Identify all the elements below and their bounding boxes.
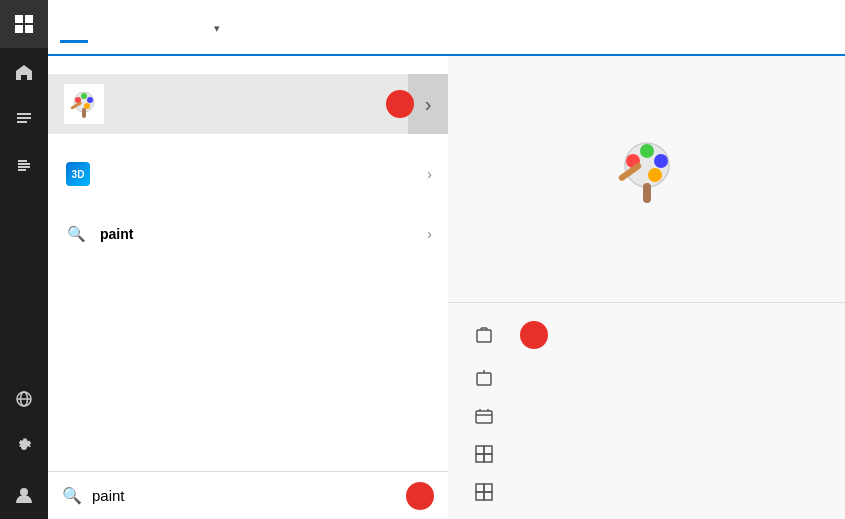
suggestions-label <box>48 196 448 214</box>
best-match-paint[interactable] <box>48 74 408 134</box>
feedback-link[interactable] <box>797 21 817 33</box>
start-menu: ▾ <box>48 0 845 519</box>
tab-apps[interactable] <box>88 21 116 33</box>
search-bar: 🔍 <box>48 471 448 519</box>
detail-actions <box>448 303 845 519</box>
svg-rect-39 <box>484 484 492 492</box>
paint3d-icon: 3D <box>64 160 92 188</box>
svg-rect-34 <box>476 446 484 454</box>
pin-start-icon <box>472 445 496 463</box>
search-badge <box>406 482 434 510</box>
pin-taskbar-icon <box>472 483 496 501</box>
svg-point-27 <box>654 154 668 168</box>
tab-all[interactable] <box>60 21 88 33</box>
paint3d-result[interactable]: 3D › <box>48 152 448 196</box>
tab-bar: ▾ <box>48 0 845 56</box>
svg-rect-32 <box>477 373 491 385</box>
store-label <box>48 254 448 272</box>
svg-rect-35 <box>484 446 492 454</box>
svg-rect-8 <box>18 163 30 165</box>
settings-icon[interactable] <box>0 423 48 471</box>
svg-rect-4 <box>17 113 31 115</box>
tab-web[interactable] <box>172 21 200 33</box>
action-open-badge <box>520 321 548 349</box>
sidebar <box>0 0 48 519</box>
svg-rect-36 <box>476 454 484 462</box>
action-open-location[interactable] <box>448 397 845 435</box>
search-bar-icon: 🔍 <box>62 486 82 505</box>
svg-rect-7 <box>18 160 27 162</box>
svg-rect-41 <box>484 492 492 500</box>
detail-paint-icon <box>607 131 687 211</box>
admin-icon <box>472 369 496 387</box>
svg-rect-21 <box>82 108 86 118</box>
detail-top <box>448 56 845 302</box>
documents-icon[interactable] <box>0 144 48 192</box>
start-button[interactable] <box>0 0 48 48</box>
suggestion-arrow: › <box>427 226 432 242</box>
tab-more[interactable]: ▾ <box>200 13 234 41</box>
location-icon <box>472 407 496 425</box>
svg-point-19 <box>87 97 93 103</box>
results-panel: › 3D › 🔍 paint <box>48 56 448 519</box>
svg-rect-2 <box>15 25 23 33</box>
svg-rect-33 <box>476 411 492 423</box>
search-input[interactable] <box>92 487 406 504</box>
user-icon[interactable] <box>0 471 48 519</box>
svg-rect-38 <box>476 484 484 492</box>
svg-rect-1 <box>25 15 33 23</box>
action-pin-start[interactable] <box>448 435 845 473</box>
svg-rect-9 <box>18 166 30 168</box>
svg-rect-3 <box>25 25 33 33</box>
svg-rect-37 <box>484 454 492 462</box>
overflow-menu-icon[interactable] <box>817 21 833 33</box>
suggestion-text: paint <box>100 226 427 242</box>
action-open[interactable] <box>448 311 845 359</box>
globe-icon[interactable] <box>0 375 48 423</box>
svg-point-20 <box>84 103 90 109</box>
recent-icon[interactable] <box>0 96 48 144</box>
main-content: › 3D › 🔍 paint <box>48 56 845 519</box>
svg-rect-40 <box>476 492 484 500</box>
paint-app-icon <box>64 84 104 124</box>
svg-point-18 <box>81 93 87 99</box>
svg-point-14 <box>20 488 28 496</box>
store-section <box>48 254 448 272</box>
svg-rect-6 <box>17 121 27 123</box>
svg-rect-29 <box>643 183 651 203</box>
open-icon <box>472 326 496 344</box>
detail-panel <box>448 56 845 519</box>
svg-point-28 <box>648 168 662 182</box>
tab-email[interactable] <box>144 21 172 33</box>
best-match-arrow[interactable]: › <box>408 74 448 134</box>
suggestion-paint[interactable]: 🔍 paint › <box>48 214 448 254</box>
best-match-badge <box>386 90 414 118</box>
suggestions-section: 🔍 paint › <box>48 196 448 254</box>
suggestion-search-icon: 🔍 <box>64 222 88 246</box>
home-icon[interactable] <box>0 48 48 96</box>
tab-documents[interactable] <box>116 21 144 33</box>
svg-rect-31 <box>477 330 491 342</box>
action-run-admin[interactable] <box>448 359 845 397</box>
svg-rect-0 <box>15 15 23 23</box>
svg-rect-10 <box>18 169 26 171</box>
svg-rect-5 <box>17 117 31 119</box>
apps-section-label <box>48 134 448 152</box>
svg-point-26 <box>640 144 654 158</box>
paint3d-arrow: › <box>427 166 432 182</box>
apps-section: 3D › <box>48 134 448 196</box>
best-match-label <box>48 56 448 74</box>
action-pin-taskbar[interactable] <box>448 473 845 511</box>
